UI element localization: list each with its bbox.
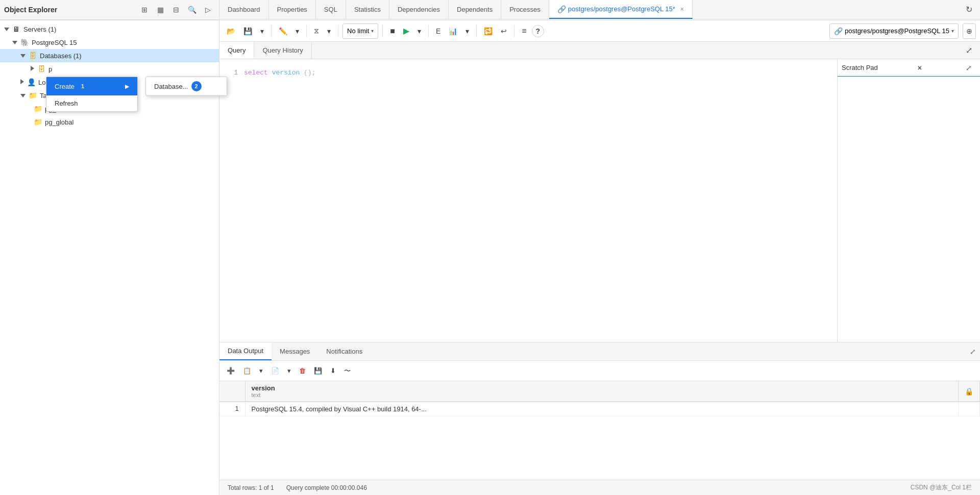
graph-btn[interactable]: 〜 (341, 364, 354, 378)
sep-4 (382, 25, 383, 37)
copy-dropdown-btn[interactable]: ▾ (256, 364, 266, 378)
table-icon-btn[interactable]: ▦ (153, 3, 167, 17)
submenu-database[interactable]: Database... 2 (146, 77, 227, 95)
open-file-btn[interactable]: 📂 (224, 23, 238, 39)
query-tab-history[interactable]: Query History (254, 42, 311, 59)
grid-icon-btn[interactable]: ⊞ (137, 3, 152, 17)
tab-sql[interactable]: SQL (316, 0, 346, 19)
analyze-btn[interactable]: 📊 (446, 23, 460, 39)
connection-action-btn[interactable]: ⊕ (963, 23, 976, 39)
servers-icon: 🖥 (11, 24, 21, 34)
paste-btn[interactable]: 📄 (268, 364, 282, 378)
execute-dropdown-btn[interactable]: ▾ (414, 23, 424, 39)
expand-ts-icon (20, 93, 26, 98)
expand-editor-btn[interactable]: ⤢ (962, 43, 976, 58)
query-toolbar: 📂 💾 ▾ ✏️ ▾ ⧖ ▾ No limit ▾ ■ ▶ ▾ E (219, 20, 980, 42)
query-tab-query[interactable]: Query (219, 42, 254, 59)
keyword-select: select (244, 69, 268, 77)
scratch-pad-content[interactable] (838, 77, 980, 342)
tab-properties[interactable]: Properties (269, 0, 316, 19)
lock-icon: 🔒 (965, 387, 973, 395)
terminal-icon-btn[interactable]: ▷ (201, 3, 215, 17)
connection-selector[interactable]: 🔗 postgres/postgres@PostgreSQL 15 ▾ (829, 23, 959, 39)
pg-global-label: pg_global (45, 118, 74, 126)
tablespaces-icon: 📁 (28, 90, 38, 101)
bottom-tab-data-output[interactable]: Data Output (219, 342, 272, 360)
save-data-btn[interactable]: 💾 (311, 364, 325, 378)
expand-p-icon (31, 66, 34, 72)
table-row[interactable]: 1 PostgreSQL 15.4, compiled by Visual C+… (219, 402, 980, 416)
execute-btn[interactable]: ▶ (400, 23, 412, 39)
tab-dependencies[interactable]: Dependencies (389, 0, 449, 19)
commit-btn[interactable]: 🔁 (481, 23, 496, 39)
tree-item-postgresql[interactable]: 🐘 PostgreSQL 15 (0, 36, 219, 49)
download-btn[interactable]: ⬇ (327, 364, 339, 378)
pg-label: PostgreSQL 15 (32, 39, 77, 46)
stop-btn[interactable]: ■ (387, 23, 398, 39)
limit-label: No limit (347, 27, 369, 35)
expand-db-icon (20, 53, 26, 59)
tab-dashboard[interactable]: Dashboard (219, 0, 269, 19)
bottom-tab-notifications[interactable]: Notifications (318, 342, 371, 360)
submenu: Database... 2 (145, 77, 227, 96)
tab-close-icon[interactable]: × (680, 6, 684, 13)
bottom-tabs: Data Output Messages Notifications ⤢ (219, 342, 980, 361)
col-version-header: version text (245, 381, 959, 402)
search-icon-btn[interactable]: 🔍 (185, 3, 199, 17)
save-dropdown-btn[interactable]: ▾ (257, 23, 267, 39)
add-row-btn[interactable]: ➕ (224, 364, 238, 378)
tab-statistics[interactable]: Statistics (346, 0, 389, 19)
func-version: version (272, 69, 300, 77)
tree-item-pg-global[interactable]: 📁 pg_global (0, 115, 219, 129)
filter-btn[interactable]: ⧖ (311, 23, 322, 39)
punct-parens: (); (304, 69, 315, 77)
explain-btn[interactable]: E (433, 23, 444, 39)
context-menu-refresh[interactable]: Refresh (46, 95, 137, 111)
edit-btn[interactable]: ✏️ (276, 23, 290, 39)
save-btn[interactable]: 💾 (240, 23, 255, 39)
query-tabs: Query Query History ⤢ (219, 42, 980, 59)
scratch-pad-close-btn[interactable]: × (913, 61, 927, 75)
copy-btn[interactable]: 📋 (240, 364, 254, 378)
roles-icon: 👤 (26, 77, 36, 87)
connection-arrow: ▾ (951, 28, 954, 34)
tree-item-servers[interactable]: 🖥 Servers (1) (0, 22, 219, 36)
tab-dependents[interactable]: Dependents (449, 0, 501, 19)
filter-dropdown-btn[interactable]: ▾ (324, 23, 334, 39)
tab-processes[interactable]: Processes (501, 0, 549, 19)
filter-icon-btn[interactable]: ⊟ (169, 3, 183, 17)
scratch-pad-panel: Scratch Pad × ⤢ (837, 59, 980, 342)
analyze-dropdown-btn[interactable]: ▾ (462, 23, 472, 39)
context-menu-create[interactable]: Create 1 ▶ (46, 77, 137, 95)
rollback-btn[interactable]: ↩ (498, 23, 510, 39)
expand-roles-icon (20, 79, 24, 85)
macros-btn[interactable]: ≡ (519, 23, 529, 39)
scratch-pad-title: Scratch Pad (842, 64, 878, 71)
paste-dropdown-btn[interactable]: ▾ (284, 364, 294, 378)
tree-item-databases[interactable]: 🗄 Databases (1) (0, 49, 219, 62)
connection-label: postgres/postgres@PostgreSQL 15 (845, 27, 949, 35)
databases-label: Databases (1) (40, 52, 82, 60)
scratch-pad-expand-btn[interactable]: ⤢ (962, 61, 976, 75)
limit-arrow: ▾ (371, 28, 374, 34)
bottom-panel: Data Output Messages Notifications ⤢ (219, 342, 980, 495)
sql-editor[interactable]: 1 select version (); (219, 59, 837, 342)
database-submenu-label: Database... (154, 83, 188, 90)
scratch-pad-header: Scratch Pad × ⤢ (838, 59, 980, 77)
expand-bottom-btn[interactable]: ⤢ (966, 344, 980, 359)
create-badge: 1 (78, 81, 88, 91)
pg-icon: 🐘 (19, 37, 30, 47)
database-submenu-badge: 2 (191, 81, 202, 91)
pg-default-icon: 📁 (33, 104, 43, 114)
edit-dropdown-btn[interactable]: ▾ (292, 23, 302, 39)
code-area[interactable]: select version (); (244, 67, 833, 79)
context-menu: Create 1 ▶ Refresh (46, 77, 138, 112)
tab-query[interactable]: 🔗 postgres/postgres@PostgreSQL 15* × (549, 0, 693, 19)
delete-row-btn[interactable]: 🗑 (296, 364, 309, 378)
help-btn[interactable]: ? (532, 25, 544, 37)
refresh-icon-btn[interactable]: ↻ (962, 3, 976, 17)
bottom-tab-messages[interactable]: Messages (272, 342, 318, 360)
limit-selector[interactable]: No limit ▾ (342, 23, 378, 39)
status-bar: Total rows: 1 of 1 Query complete 00:00:… (219, 480, 980, 495)
tree-item-p-db[interactable]: 🗄 p (0, 62, 219, 76)
